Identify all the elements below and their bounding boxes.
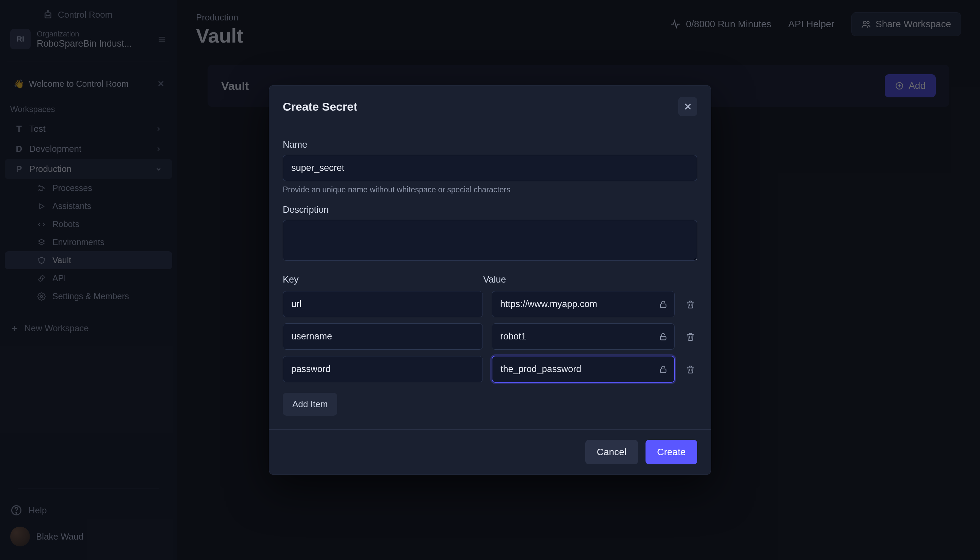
name-help: Provide an unique name without whitespac…: [283, 185, 697, 194]
add-item-button[interactable]: Add Item: [283, 393, 337, 416]
value-input[interactable]: [492, 356, 675, 383]
key-input[interactable]: [283, 356, 483, 382]
key-input[interactable]: [283, 323, 483, 350]
kv-row: [283, 356, 697, 383]
modal-overlay: Create Secret ✕ Name Provide an unique n…: [0, 0, 980, 560]
name-label: Name: [283, 140, 697, 150]
description-label: Description: [283, 205, 697, 215]
delete-row-button[interactable]: [684, 365, 697, 374]
create-secret-modal: Create Secret ✕ Name Provide an unique n…: [269, 85, 711, 475]
create-button[interactable]: Create: [646, 440, 697, 464]
kv-row: [283, 291, 697, 317]
key-input[interactable]: [283, 291, 483, 317]
delete-row-button[interactable]: [684, 300, 697, 309]
cancel-button[interactable]: Cancel: [585, 440, 638, 464]
svg-rect-23: [661, 304, 666, 307]
value-input[interactable]: [492, 323, 675, 350]
key-column-label: Key: [283, 274, 474, 285]
description-input[interactable]: [283, 220, 697, 261]
svg-rect-25: [661, 369, 666, 372]
value-column-label: Value: [483, 274, 675, 285]
unlock-icon[interactable]: [659, 332, 668, 342]
unlock-icon[interactable]: [659, 300, 668, 309]
kv-row: [283, 323, 697, 350]
value-input[interactable]: [492, 291, 675, 317]
close-icon: ✕: [684, 101, 692, 113]
close-button[interactable]: ✕: [678, 97, 697, 116]
delete-row-button[interactable]: [684, 332, 697, 341]
name-input[interactable]: [283, 155, 697, 181]
modal-title: Create Secret: [283, 100, 357, 113]
unlock-icon[interactable]: [659, 365, 668, 374]
svg-rect-24: [661, 336, 666, 340]
